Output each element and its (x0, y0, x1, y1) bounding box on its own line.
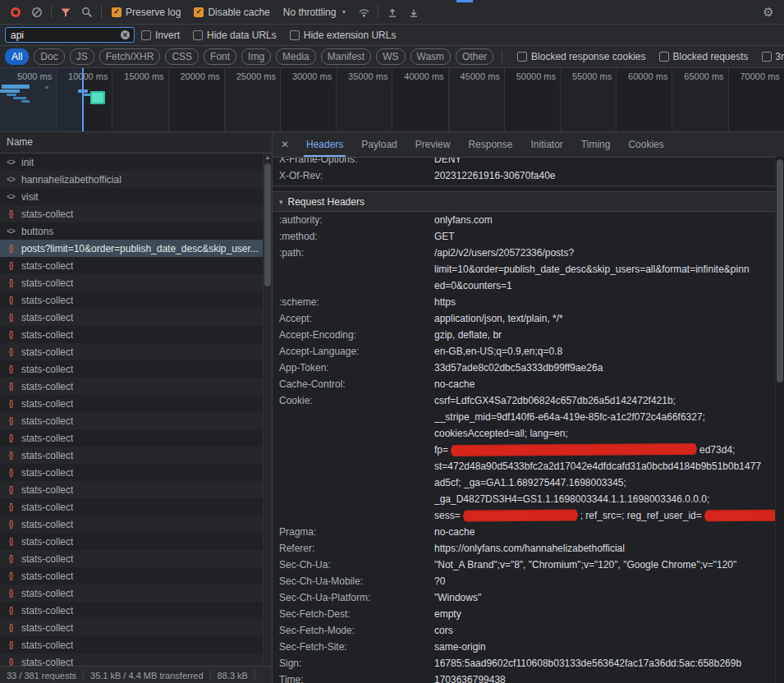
details-scrollbar[interactable] (775, 157, 784, 683)
fetch-xhr-icon: {} (5, 485, 16, 494)
invert-checkbox[interactable]: Invert (141, 30, 180, 41)
filter-pill-ws[interactable]: WS (376, 48, 405, 65)
request-row[interactable]: {}stats-collect (0, 395, 272, 412)
request-name: buttons (21, 226, 53, 237)
header-name: Sec-Ch-Ua-Mobile: (273, 573, 434, 589)
request-row[interactable]: {}stats-collect (0, 429, 272, 447)
filter-pill-other[interactable]: Other (456, 48, 493, 65)
request-row[interactable]: <>buttons (0, 222, 272, 240)
request-row[interactable]: <>hannahelizabethofficial (0, 171, 272, 188)
name-column-header[interactable]: Name (0, 132, 272, 154)
header-row: Sec-Fetch-Mode:cors (273, 622, 784, 639)
filter-pill-manifest[interactable]: Manifest (321, 48, 371, 65)
filter-input[interactable]: api (5, 27, 135, 43)
throttling-select[interactable]: No throttling ▼ (283, 7, 347, 18)
disable-cache-label: Disable cache (208, 7, 269, 18)
clear-button[interactable] (26, 2, 48, 22)
request-row[interactable]: {}stats-collect (0, 326, 272, 343)
filter-pill-font[interactable]: Font (204, 48, 236, 65)
filter-pill-wasm[interactable]: Wasm (410, 48, 452, 65)
clear-filter-icon[interactable] (120, 30, 131, 40)
request-row[interactable]: {}stats-collect (0, 584, 272, 602)
record-button[interactable] (5, 2, 26, 22)
header-name: Cache-Control: (273, 376, 434, 392)
blocked-response-cookies-checkbox[interactable]: Blocked response cookies (517, 51, 645, 62)
request-row[interactable]: {}stats-collect (0, 550, 272, 567)
waterfall-bar (7, 94, 16, 96)
filter-pill-doc[interactable]: Doc (34, 48, 64, 65)
request-row[interactable]: {}stats-collect (0, 481, 272, 498)
resource-type-filters: AllDocJSFetch/XHRCSSFontImgMediaManifest… (5, 48, 493, 65)
fetch-xhr-icon: {} (5, 313, 16, 322)
request-row[interactable]: {}stats-collect (0, 516, 272, 533)
fetch-xhr-icon: {} (5, 244, 16, 253)
request-row[interactable]: {}stats-collect (0, 257, 272, 274)
request-row[interactable]: {}stats-collect (0, 653, 272, 666)
request-row[interactable]: <>init (0, 154, 272, 171)
timeline-overview[interactable]: 5000 ms10000 ms15000 ms20000 ms25000 ms3… (0, 68, 784, 132)
request-row[interactable]: <>visit (0, 188, 272, 205)
tab-headers[interactable]: Headers (297, 132, 352, 157)
tab-initiator[interactable]: Initiator (521, 132, 571, 157)
3rd-party-requests-checkbox[interactable]: 3rd-party requests (762, 51, 784, 62)
filter-pill-css[interactable]: CSS (165, 48, 199, 65)
tab-response[interactable]: Response (459, 132, 521, 157)
tab-preview[interactable]: Preview (406, 132, 460, 157)
scrollbar-thumb[interactable] (777, 159, 783, 383)
filter-pill-media[interactable]: Media (276, 48, 316, 65)
filter-pill-fetch-xhr[interactable]: Fetch/XHR (99, 48, 161, 65)
request-row[interactable]: {}stats-collect (0, 378, 272, 395)
filter-funnel-icon (60, 7, 71, 18)
request-row[interactable]: {}stats-collect (0, 291, 272, 309)
scrollbar-thumb[interactable] (264, 163, 271, 286)
waterfall-bar (0, 89, 20, 93)
request-name: stats-collect (21, 502, 73, 513)
export-har-button[interactable] (403, 2, 424, 22)
request-row[interactable]: {}stats-collect (0, 533, 272, 550)
request-row[interactable]: {}stats-collect (0, 619, 272, 636)
settings-button[interactable]: ⚙ (758, 2, 779, 22)
filter-button[interactable] (55, 2, 76, 22)
header-value-line: onlyfans.com (434, 212, 784, 228)
filter-input-value: api (11, 30, 24, 41)
tab-timing[interactable]: Timing (572, 132, 620, 157)
preserve-log-checkbox[interactable]: ✓ Preserve log (112, 7, 181, 18)
hide-extension-urls-checkbox[interactable]: Hide extension URLs (290, 30, 397, 41)
filter-pill-img[interactable]: Img (241, 48, 271, 65)
request-row[interactable]: {}stats-collect (0, 464, 272, 481)
hide-data-urls-checkbox[interactable]: Hide data URLs (193, 30, 277, 41)
request-row[interactable]: {}stats-collect (0, 412, 272, 429)
request-list-scrollbar[interactable]: ▲ (263, 154, 272, 666)
network-conditions-button[interactable] (353, 2, 374, 22)
filter-pill-js[interactable]: JS (70, 48, 94, 65)
header-value: https://onlyfans.com/hannahelizabethoffi… (434, 540, 784, 557)
request-row[interactable]: {}stats-collect (0, 498, 272, 516)
filter-pill-all[interactable]: All (5, 48, 29, 65)
header-name: :method: (273, 228, 434, 245)
disable-cache-checkbox[interactable]: ✓ Disable cache (194, 7, 269, 18)
request-row[interactable]: {}stats-collect (0, 274, 272, 291)
timeline-tick-label: 45000 ms (460, 71, 499, 81)
tab-payload[interactable]: Payload (352, 132, 406, 157)
header-value: https (434, 294, 784, 310)
request-row[interactable]: {}stats-collect (0, 567, 272, 584)
tab-cookies[interactable]: Cookies (619, 132, 672, 157)
request-row[interactable]: {}stats-collect (0, 447, 272, 464)
request-row-selected[interactable]: {}posts?limit=10&order=publish_date_desc… (0, 240, 272, 257)
request-row[interactable]: {}stats-collect (0, 205, 272, 222)
fetch-xhr-icon: {} (5, 640, 16, 649)
request-row[interactable]: {}stats-collect (0, 360, 272, 378)
request-row[interactable]: {}stats-collect (0, 309, 272, 326)
import-har-button[interactable] (382, 2, 403, 22)
request-row[interactable]: {}stats-collect (0, 602, 272, 619)
scroll-up-icon[interactable]: ▲ (264, 154, 272, 160)
request-headers-section-header[interactable]: ▾ Request Headers (273, 191, 784, 212)
header-name: Time: (273, 672, 434, 683)
blocked-requests-checkbox[interactable]: Blocked requests (659, 51, 749, 62)
timeline-selection-line[interactable] (82, 68, 84, 131)
search-button[interactable] (76, 2, 98, 22)
timeline-gridline (728, 68, 729, 131)
close-details-button[interactable]: ✕ (273, 132, 297, 157)
request-row[interactable]: {}stats-collect (0, 636, 272, 653)
request-row[interactable]: {}stats-collect (0, 343, 272, 360)
